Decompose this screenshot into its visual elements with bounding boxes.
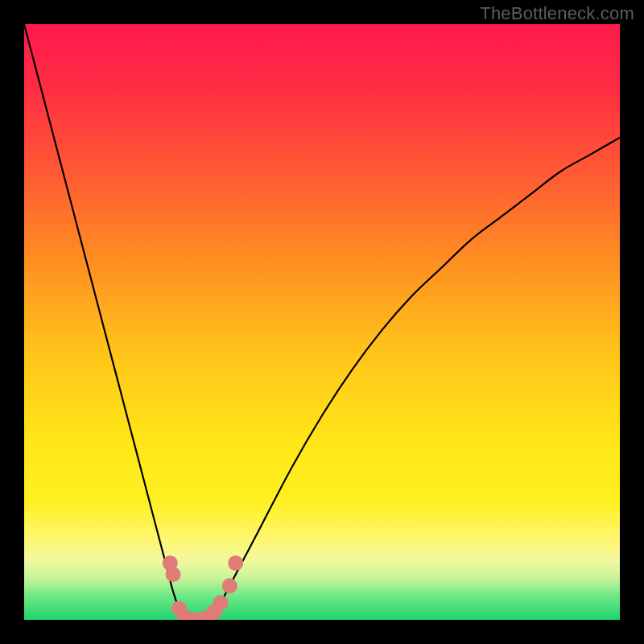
plot-area	[24, 24, 620, 620]
chart-frame: TheBottleneck.com	[0, 0, 644, 644]
gradient-background	[24, 24, 620, 620]
data-marker	[228, 555, 243, 571]
bottleneck-chart	[24, 24, 620, 620]
data-marker	[166, 567, 181, 582]
data-marker	[222, 578, 237, 593]
data-marker	[213, 595, 229, 610]
watermark-text: TheBottleneck.com	[480, 3, 634, 24]
